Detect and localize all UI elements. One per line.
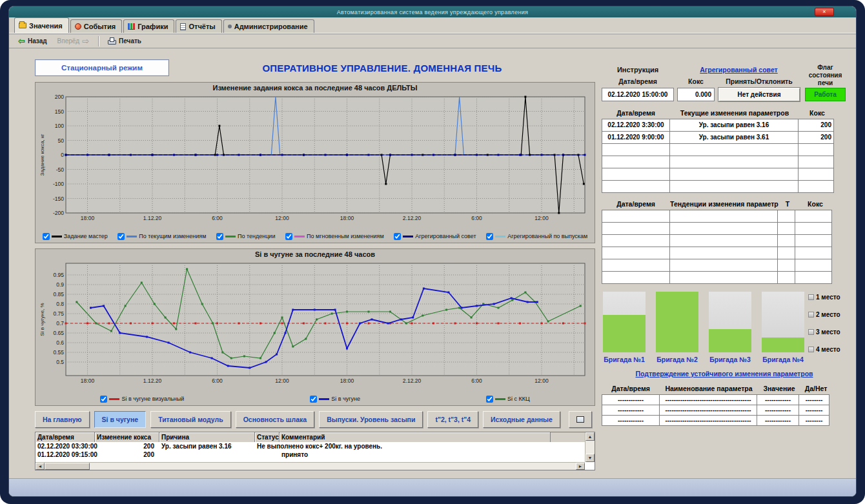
table-row[interactable]: 01.12.2020 9:00:00Ур. засыпи равен 3.612… [602, 131, 847, 144]
table-row[interactable] [602, 143, 847, 156]
legend-checkbox[interactable] [486, 396, 493, 403]
forward-button[interactable]: Вперёд⇨ [53, 35, 94, 46]
legend-item[interactable]: По мгновенным изменениям [285, 233, 384, 240]
scroll-down-icon[interactable]: ▼ [585, 454, 595, 462]
table-cell: ------------ [602, 394, 660, 405]
view-button-Основность шлака[interactable]: Основность шлака [236, 411, 315, 428]
table-cell [777, 247, 795, 259]
table-row[interactable] [602, 210, 847, 223]
table-cell [798, 143, 834, 156]
brigade-label[interactable]: Бригада №4 [762, 356, 804, 363]
vertical-scrollbar[interactable]: ▲ ▼ [585, 432, 595, 462]
print-button[interactable]: Печать [103, 35, 146, 46]
table-row[interactable] [602, 156, 847, 168]
legend-item[interactable]: По тенденции [216, 233, 275, 240]
tab-Отчёты[interactable]: Отчёты [176, 19, 221, 33]
table-cell [602, 168, 670, 181]
events-table-row[interactable]: 01.12.2020 09:15:00200принято [36, 450, 585, 459]
events-column-header[interactable]: Изменение кокса [95, 432, 159, 442]
table-row[interactable] [602, 168, 847, 181]
svg-text:0.65: 0.65 [53, 330, 64, 336]
scroll-left-icon[interactable]: ◄ [36, 463, 45, 470]
legend-checkbox[interactable] [43, 233, 50, 240]
scroll-right-icon[interactable]: ► [576, 463, 585, 470]
furnace-flag-label: Флаг состояния печи [804, 64, 847, 87]
tab-Значения[interactable]: Значения [14, 17, 69, 33]
table-row[interactable] [602, 222, 847, 235]
svg-text:18:00: 18:00 [81, 215, 95, 221]
legend-item[interactable]: Агрегированный по выпускам [486, 233, 587, 240]
events-column-header[interactable]: Комментарий [280, 432, 551, 442]
stationary-mode-button[interactable]: Стационарный режим [35, 59, 169, 76]
legend-checkbox[interactable] [216, 233, 223, 240]
scrollbar-thumb[interactable] [45, 463, 90, 470]
screen-view-button[interactable] [569, 411, 592, 428]
events-table: Дата/времяИзменение коксаПричинаСтатусКо… [35, 432, 595, 470]
brigade-label[interactable]: Бригада №1 [603, 356, 646, 363]
tab-Графики[interactable]: Графики [123, 19, 174, 33]
svg-text:6:00: 6:00 [471, 215, 482, 221]
events-column-header[interactable]: Причина [159, 432, 255, 442]
events-table-row[interactable]: 02.12.2020 03:30:00200Ур. засыпи равен 3… [36, 442, 585, 450]
legend-line-sample [127, 236, 137, 237]
legend-checkbox[interactable] [394, 233, 401, 240]
no-action-button[interactable]: Нет действия [718, 87, 800, 102]
events-column-header[interactable]: Статус [255, 432, 280, 442]
table-header-row: Дата/времяТенденции изменения параметров… [602, 199, 847, 210]
scroll-up-icon[interactable]: ▲ [585, 432, 595, 441]
svg-text:1.12.20: 1.12.20 [143, 378, 162, 384]
coke-delta-chart[interactable]: -200-150-100-5005010015020018:001.12.206… [37, 93, 590, 227]
view-button-t"2, t"3, t"4[interactable]: t"2, t"3, t"4 [427, 411, 478, 428]
view-button-На главную[interactable]: На главную [35, 411, 90, 428]
legend-item[interactable]: Задание мастер [43, 233, 108, 240]
legend-item[interactable]: По текущим изменениям [117, 233, 206, 240]
table-column-header: Дата/время [602, 383, 660, 394]
table-column-header: Значение [758, 383, 800, 394]
coke-delta-chart-panel: Изменение задания кокса за последние 48 … [35, 82, 595, 243]
legend-item[interactable]: Агрегированный совет [394, 233, 476, 240]
table-row[interactable]: ----------------------------------------… [602, 405, 847, 416]
legend-checkbox[interactable] [117, 233, 125, 240]
legend-checkbox[interactable] [285, 233, 292, 240]
legend-checkbox[interactable] [310, 396, 317, 403]
table-cell [795, 234, 832, 247]
legend-item[interactable]: Si в чугуне визуальный [100, 396, 184, 403]
table-cell: 02.12.2020 3:30:00 [602, 119, 670, 132]
table-row[interactable] [602, 180, 847, 193]
view-buttons-row: На главнуюSi в чугунеТитановый модульОсн… [35, 411, 595, 428]
table-row[interactable]: ----------------------------------------… [602, 394, 847, 405]
tab-Администрирование[interactable]: Администрирование [223, 19, 314, 33]
close-button[interactable]: × [815, 8, 834, 16]
scrollbar-track[interactable] [90, 463, 576, 470]
view-button-Si в чугуне[interactable]: Si в чугуне [94, 411, 147, 428]
brigade-label[interactable]: Бригада №3 [709, 356, 751, 363]
legend-item[interactable]: Si с ККЦ [486, 396, 530, 403]
legend-item[interactable]: Si в чугуне [310, 396, 360, 403]
view-button-Исходные данные[interactable]: Исходные данные [483, 411, 560, 428]
back-button[interactable]: ⇦Назад [14, 35, 52, 46]
table-row[interactable]: ----------------------------------------… [602, 415, 847, 426]
table-row[interactable] [602, 271, 847, 284]
legend-checkbox[interactable] [100, 396, 107, 403]
table-row[interactable]: 02.12.2020 3:30:00Ур. засыпи равен 3.162… [602, 119, 847, 132]
horizontal-scrollbar[interactable]: ◄ ► [36, 462, 585, 470]
events-column-header[interactable]: Дата/время [36, 432, 95, 442]
brigade-bar [709, 329, 751, 352]
brigade-labels: Бригада №1Бригада №2Бригада №3Бригада №4 [602, 356, 807, 363]
brigade-label[interactable]: Бригада №2 [656, 356, 698, 363]
place-marker-icon [808, 347, 814, 352]
tab-События[interactable]: События [70, 19, 122, 33]
table-row[interactable] [602, 234, 847, 247]
printer-icon [108, 37, 116, 45]
table-column-header: Т [778, 199, 797, 210]
view-button-Выпуски. Уровень засыпи[interactable]: Выпуски. Уровень засыпи [319, 411, 423, 428]
si-chart[interactable]: 0.50.550.60.650.70.750.80.850.90.9518:00… [37, 259, 590, 390]
view-button-Титановый модуль[interactable]: Титановый модуль [150, 411, 231, 428]
place-text: 4 место [816, 346, 840, 353]
legend-checkbox[interactable] [486, 233, 493, 240]
aggregated-advice-link[interactable]: Агрегированный совет [677, 66, 800, 74]
legend-line-sample [403, 236, 413, 237]
table-row[interactable] [602, 247, 847, 259]
advice-accept-header: Принять/Отклонить [718, 77, 800, 85]
table-row[interactable] [602, 259, 847, 272]
